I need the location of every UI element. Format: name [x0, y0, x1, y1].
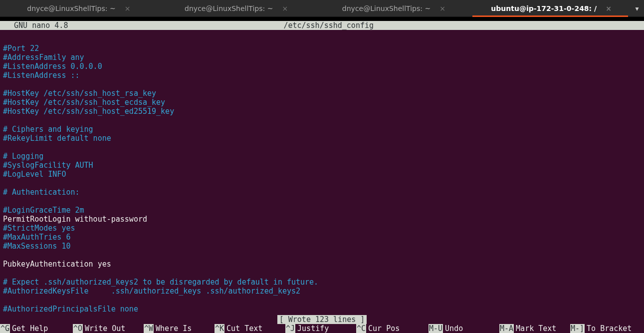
shortcut-key: M-U	[429, 324, 443, 333]
editor-line	[3, 197, 641, 206]
shortcut-key: ^G	[0, 324, 10, 333]
shortcut-key: ^K	[215, 324, 224, 333]
editor-line	[3, 251, 641, 260]
tab-separator	[0, 17, 644, 21]
nano-editor-area[interactable]: #Port 22#AddressFamily any#ListenAddress…	[0, 30, 644, 314]
tab-title: dnyce@LinuxShellTips: ~	[185, 4, 273, 12]
shortcut-label: Undo	[445, 324, 463, 333]
shortcut-label: Write Out	[85, 324, 125, 333]
editor-line: #AddressFamily any	[3, 53, 641, 62]
help-shortcut: ^OWrite Out	[73, 324, 140, 333]
tab-title: ubuntu@ip-172-31-0-248: /	[491, 4, 597, 12]
editor-line	[3, 80, 641, 89]
shortcut-key: ^J	[285, 324, 295, 333]
help-shortcut: ^GGet Help	[0, 324, 69, 333]
close-icon[interactable]: ×	[439, 4, 445, 12]
shortcut-key: ^W	[144, 324, 154, 333]
close-icon[interactable]: ×	[125, 4, 131, 12]
editor-line: #MaxAuthTries 6	[3, 233, 641, 242]
shortcut-label: Mark Text	[516, 324, 556, 333]
close-icon[interactable]: ×	[282, 4, 288, 12]
editor-line: #Port 22	[3, 44, 641, 53]
editor-line	[3, 143, 641, 152]
editor-line: # Authentication:	[3, 188, 641, 197]
nano-help-row: ^GGet Help^OWrite Out^WWhere Is^KCut Tex…	[0, 324, 644, 333]
chevron-down-icon: ▾	[635, 4, 639, 12]
editor-line: #RekeyLimit default none	[3, 134, 641, 143]
tab-title: dnyce@LinuxShellTips: ~	[27, 4, 115, 12]
editor-line: # Ciphers and keying	[3, 125, 641, 134]
editor-line	[3, 35, 641, 44]
nano-version: GNU nano 4.8	[5, 21, 68, 30]
shortcut-key: M-A	[499, 324, 514, 333]
editor-line	[3, 296, 641, 305]
editor-line	[3, 116, 641, 125]
shortcut-key: M-]	[570, 324, 585, 333]
terminal-viewport[interactable]: GNU nano 4.8 /etc/ssh/sshd_config #Port …	[0, 21, 644, 333]
nano-status-bar: [ Wrote 123 lines ]	[0, 315, 644, 324]
help-shortcut: M-UUndo	[429, 324, 495, 333]
tab-title: dnyce@LinuxShellTips: ~	[342, 4, 430, 12]
editor-line: #ListenAddress 0.0.0.0	[3, 62, 641, 71]
editor-line: PubkeyAuthentication yes	[3, 260, 641, 269]
editor-line: # Logging	[3, 152, 641, 161]
editor-line: #HostKey /etc/ssh/ssh_host_ecdsa_key	[3, 98, 641, 107]
terminal-tab-2[interactable]: dnyce@LinuxShellTips: ~ ×	[158, 0, 315, 16]
help-shortcut: ^KCut Text	[215, 324, 281, 333]
help-shortcut: ^JJustify	[285, 324, 352, 333]
nano-filename: /etc/ssh/sshd_config	[68, 21, 644, 30]
tab-menu-button[interactable]: ▾	[630, 0, 644, 16]
editor-line: #ListenAddress ::	[3, 71, 641, 80]
editor-line: #AuthorizedPrincipalsFile none	[3, 305, 641, 314]
editor-line: PermitRootLogin without-password	[3, 215, 641, 224]
editor-line: #MaxSessions 10	[3, 242, 641, 251]
terminal-tab-1[interactable]: dnyce@LinuxShellTips: ~ ×	[0, 0, 158, 16]
editor-line: #StrictModes yes	[3, 224, 641, 233]
shortcut-key: ^O	[73, 324, 83, 333]
editor-line	[3, 179, 641, 188]
terminal-tab-3[interactable]: dnyce@LinuxShellTips: ~ ×	[315, 0, 473, 16]
help-shortcut: ^WWhere Is	[144, 324, 211, 333]
shortcut-label: Justify	[297, 324, 329, 333]
tab-bar: dnyce@LinuxShellTips: ~ × dnyce@LinuxShe…	[0, 0, 644, 17]
shortcut-label: Get Help	[12, 324, 48, 333]
help-shortcut: M-AMark Text	[499, 324, 566, 333]
editor-line: # Expect .ssh/authorized_keys2 to be dis…	[3, 278, 641, 287]
shortcut-key: ^C	[356, 324, 366, 333]
help-shortcut: M-]To Bracket	[570, 324, 635, 333]
close-icon[interactable]: ×	[606, 4, 612, 12]
editor-line: #LoginGraceTime 2m	[3, 206, 641, 215]
editor-line: #LogLevel INFO	[3, 170, 641, 179]
nano-status-message: [ Wrote 123 lines ]	[277, 315, 367, 324]
editor-line	[3, 269, 641, 278]
editor-line: #HostKey /etc/ssh/ssh_host_rsa_key	[3, 89, 641, 98]
terminal-tab-4[interactable]: ubuntu@ip-172-31-0-248: / ×	[472, 0, 630, 16]
shortcut-label: Cur Pos	[368, 324, 400, 333]
help-shortcut: ^CCur Pos	[356, 324, 425, 333]
editor-line: #SyslogFacility AUTH	[3, 161, 641, 170]
shortcut-label: Where Is	[156, 324, 192, 333]
editor-line: #HostKey /etc/ssh/ssh_host_ed25519_key	[3, 107, 641, 116]
editor-line: #AuthorizedKeysFile .ssh/authorized_keys…	[3, 287, 641, 296]
shortcut-label: Cut Text	[226, 324, 262, 333]
shortcut-label: To Bracket	[587, 324, 632, 333]
nano-title-bar: GNU nano 4.8 /etc/ssh/sshd_config	[0, 21, 644, 30]
